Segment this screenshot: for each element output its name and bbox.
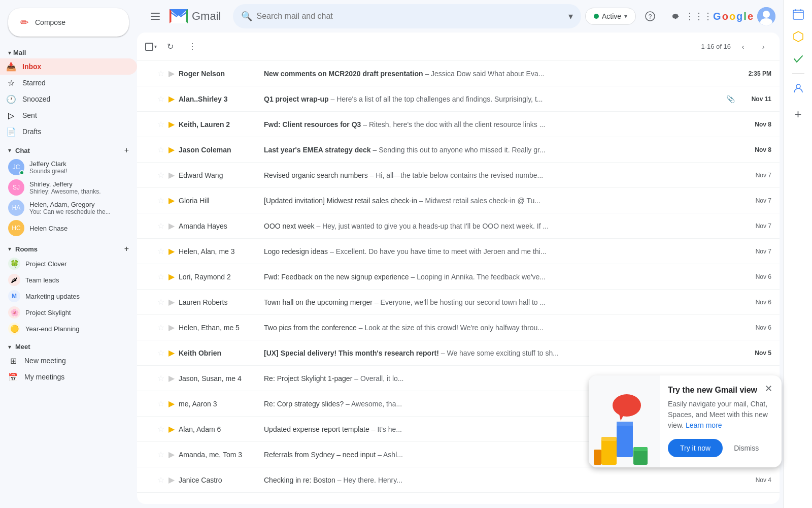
star-button-12[interactable]: ☆ [157, 373, 164, 383]
chat-add-button[interactable]: + [124, 146, 129, 155]
email-row[interactable]: ☆ ▶ Janice Castro Checking in re: Boston… [137, 467, 780, 493]
compose-button[interactable]: ✏ Compose [8, 8, 129, 37]
star-button-13[interactable]: ☆ [157, 399, 164, 408]
inbox-icon: 📥 [6, 62, 16, 72]
star-button-1[interactable]: ☆ [157, 94, 164, 104]
star-button-9[interactable]: ☆ [157, 297, 164, 307]
nav-drafts[interactable]: 📄 Drafts [0, 123, 137, 140]
notification-close-button[interactable]: ✕ [761, 382, 775, 396]
email-time-16: Nov 4 [739, 477, 771, 484]
contacts-panel-button[interactable] [788, 78, 808, 98]
calendar-panel-button[interactable] [788, 4, 808, 24]
email-time-2: Nov 8 [739, 121, 771, 128]
chat-item-helen-chase[interactable]: HC Helen Chase [0, 218, 137, 238]
room-label-skylight: Project Skylight [25, 309, 71, 316]
star-button-16[interactable]: ☆ [157, 475, 164, 485]
search-input[interactable] [256, 12, 564, 21]
user-avatar[interactable] [757, 7, 775, 25]
email-row[interactable]: ☆ ▶ Roger Nelson New comments on MCR2020… [137, 61, 780, 86]
chat-item-shirley[interactable]: SJ Shirley, Jeffery Shirley: Awesome, th… [0, 177, 137, 198]
star-button-0[interactable]: ☆ [157, 69, 164, 78]
nav-starred[interactable]: ☆ Starred [0, 75, 137, 91]
nav-inbox[interactable]: 📥 Inbox [0, 58, 137, 75]
svg-point-15 [796, 84, 800, 88]
star-button-7[interactable]: ☆ [157, 246, 164, 256]
forward-icon-4: ▶ [168, 170, 175, 180]
rooms-add-button[interactable]: + [124, 244, 129, 253]
help-button[interactable]: ? [640, 6, 660, 26]
email-row[interactable]: ☆ ▶ Gloria Hill [Updated invitation] Mid… [137, 188, 780, 213]
dismiss-button[interactable]: Dismiss [729, 439, 764, 457]
star-button-5[interactable]: ☆ [157, 196, 164, 205]
subject-snippet-3: Last year's EMEA strategy deck – Sending… [264, 146, 731, 154]
email-row[interactable]: ☆ ▶ Amanda Hayes OOO next week – Hey, ju… [137, 213, 780, 239]
star-button-11[interactable]: ☆ [157, 348, 164, 358]
select-dropdown-arrow[interactable]: ▾ [154, 44, 157, 49]
chat-section-toggle[interactable]: ▾ Chat [8, 147, 30, 154]
email-row[interactable]: ☆ ▶ Keith Obrien [UX] Special delivery! … [137, 340, 780, 366]
rooms-section-toggle[interactable]: ▾ Rooms [8, 245, 38, 253]
room-marketing-updates[interactable]: M Marketing updates [0, 288, 137, 304]
search-bar: 🔍 ▾ [233, 4, 581, 28]
new-meeting-icon: ⊞ [8, 356, 18, 366]
email-row[interactable]: ☆ ▶ Lauren Roberts Town hall on the upco… [137, 290, 780, 315]
subject-snippet-9: Town hall on the upcoming merger – Every… [264, 298, 731, 306]
room-label-marketing: Marketing updates [25, 293, 80, 300]
email-row[interactable]: ☆ ▶ Helen, Ethan, me 5 Two pics from the… [137, 315, 780, 340]
star-button-14[interactable]: ☆ [157, 424, 164, 434]
nav-snoozed[interactable]: 🕐 Snoozed [0, 91, 137, 107]
email-row[interactable]: ☆ ▶ Lori, Raymond 2 Fwd: Feedback on the… [137, 264, 780, 290]
tasks-panel-button[interactable] [788, 49, 808, 69]
email-row[interactable]: ☆ ▶ Helen, Alan, me 3 Logo redesign idea… [137, 239, 780, 264]
drafts-label: Drafts [22, 128, 41, 136]
prev-page-button[interactable]: ‹ [735, 39, 751, 55]
email-row[interactable]: ☆ ▶ Jason Coleman Last year's EMEA strat… [137, 137, 780, 163]
chat-name-shirley: Shirley, Jeffery [29, 180, 129, 188]
forward-icon-6: ▶ [168, 221, 175, 231]
forward-icon-10: ▶ [168, 323, 175, 332]
room-team-leads[interactable]: 🌶 Team leads [0, 272, 137, 288]
meet-section-toggle[interactable]: ▾ Meet [0, 341, 137, 353]
room-project-skylight[interactable]: 🌸 Project Skylight [0, 304, 137, 321]
settings-button[interactable] [664, 6, 685, 26]
forward-icon-13: ▶ [168, 399, 175, 408]
try-it-now-button[interactable]: Try it now [668, 439, 723, 457]
email-row[interactable]: ☆ ▶ Keith, Lauren 2 Fwd: Client resource… [137, 112, 780, 137]
next-page-button[interactable]: › [755, 39, 771, 55]
learn-more-link[interactable]: Learn more [686, 421, 722, 429]
more-options-button[interactable]: ⋮ [183, 38, 201, 56]
chat-item-jeffery[interactable]: JC Jeffery Clark Sounds great! [0, 157, 137, 177]
email-row[interactable]: ☆ ▶ Alan..Shirley 3 Q1 project wrap-up –… [137, 86, 780, 112]
apps-button[interactable]: ⋮⋮⋮ [689, 6, 709, 26]
hamburger-button[interactable] [145, 6, 165, 26]
mail-section-toggle[interactable]: ▾ Mail [0, 47, 137, 58]
chat-item-helen-adam[interactable]: HA Helen, Adam, Gregory You: Can we resc… [0, 198, 137, 218]
sender-8: Lori, Raymond 2 [179, 273, 260, 281]
star-button-6[interactable]: ☆ [157, 221, 164, 231]
meet-new-meeting[interactable]: ⊞ New meeting [0, 353, 137, 369]
right-panel-add-button[interactable]: + [788, 104, 808, 124]
nav-sent[interactable]: ▷ Sent [0, 107, 137, 123]
star-button-10[interactable]: ☆ [157, 323, 164, 332]
star-button-3[interactable]: ☆ [157, 145, 164, 154]
svg-marker-20 [617, 422, 633, 426]
star-button-8[interactable]: ☆ [157, 272, 164, 281]
meet-my-meetings[interactable]: 📅 My meetings [0, 369, 137, 385]
room-year-end[interactable]: 🟡 Year-end Planning [0, 321, 137, 337]
room-label-teamleads: Team leads [25, 276, 59, 284]
active-status-button[interactable]: Active ▾ [585, 8, 636, 25]
new-meeting-label: New meeting [24, 357, 66, 365]
sender-4: Edward Wang [179, 171, 260, 179]
star-button-2[interactable]: ☆ [157, 119, 164, 129]
email-row[interactable]: ☆ ▶ Edward Wang Revised organic search n… [137, 163, 780, 188]
star-button-4[interactable]: ☆ [157, 170, 164, 180]
svg-rect-22 [601, 437, 617, 441]
select-all-checkbox[interactable]: ▾ [145, 43, 157, 51]
star-button-15[interactable]: ☆ [157, 450, 164, 459]
refresh-button[interactable]: ↻ [161, 38, 179, 56]
room-project-clover[interactable]: 🍀 Project Clover [0, 256, 137, 272]
svg-rect-5 [186, 9, 188, 23]
checkbox-icon[interactable] [145, 43, 153, 51]
search-dropdown-button[interactable]: ▾ [568, 11, 573, 22]
keep-panel-button[interactable] [788, 26, 808, 47]
